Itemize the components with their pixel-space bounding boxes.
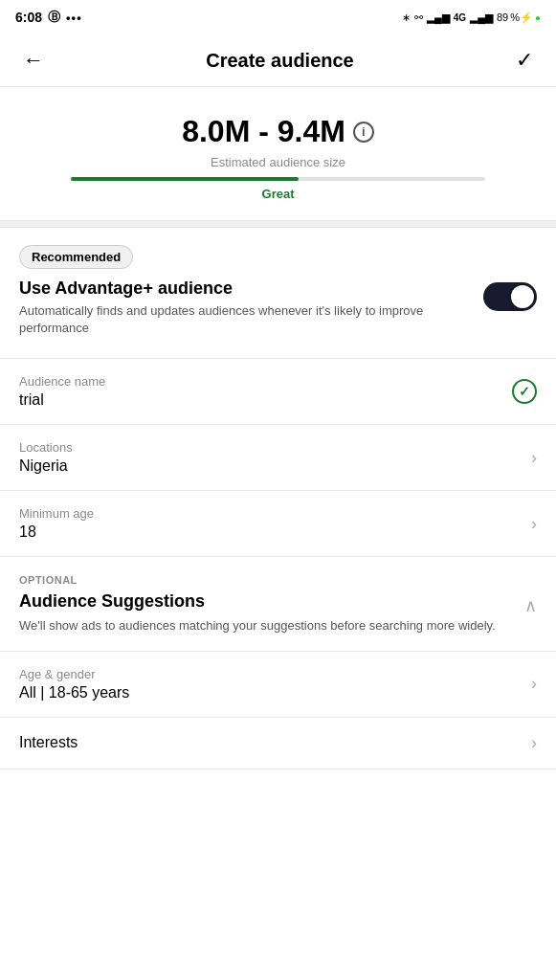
signal2-icon: ▂▄▆ <box>470 11 493 24</box>
advantage-toggle[interactable] <box>483 282 537 311</box>
quality-label: Great <box>19 187 537 201</box>
size-range: 8.0M - 9.4M <box>182 114 345 149</box>
section-divider <box>0 220 556 228</box>
audience-name-value: trial <box>19 391 512 409</box>
status-bar: 6:08 Ⓑ ••• ∗ ⚯ ▂▄▆ 4G ▂▄▆ 89 %⚡ ● <box>0 0 556 34</box>
age-gender-row[interactable]: Age & gender All | 18-65 years › <box>0 652 556 718</box>
optional-text: Audience Suggestions We'll show ads to a… <box>19 591 496 635</box>
minimum-age-row[interactable]: Minimum age 18 › <box>0 491 556 557</box>
age-gender-chevron-icon: › <box>531 674 537 694</box>
bluetooth-icon: ∗ <box>402 11 411 24</box>
interests-chevron-icon: › <box>531 733 537 753</box>
optional-label: OPTIONAL <box>19 574 537 586</box>
optional-section: OPTIONAL Audience Suggestions We'll show… <box>0 557 556 651</box>
minimum-age-content: Minimum age 18 <box>19 506 531 541</box>
progress-fill <box>71 177 299 181</box>
toggle-track <box>483 282 537 311</box>
battery-symbol: %⚡ <box>510 11 533 24</box>
info-icon[interactable]: i <box>353 122 374 143</box>
confirm-button[interactable]: ✓ <box>512 44 537 77</box>
locations-content: Locations Nigeria <box>19 440 531 475</box>
header: ← Create audience ✓ <box>0 34 556 87</box>
audience-name-check-icon: ✓ <box>512 379 537 404</box>
audience-size-label: Estimated audience size <box>19 155 537 169</box>
locations-row[interactable]: Locations Nigeria › <box>0 425 556 491</box>
signal-icon: ▂▄▆ <box>427 11 450 24</box>
main-content: Recommended Use Advantage+ audience Auto… <box>0 228 556 769</box>
locations-label: Locations <box>19 440 531 455</box>
recommended-badge: Recommended <box>19 245 133 269</box>
advantage-desc: Automatically finds and updates audience… <box>19 302 472 337</box>
time-display: 6:08 <box>15 10 42 25</box>
optional-header-row[interactable]: Audience Suggestions We'll show ads to a… <box>19 591 537 635</box>
age-gender-content: Age & gender All | 18-65 years <box>19 667 531 702</box>
audience-name-content: Audience name trial <box>19 374 512 409</box>
advantage-row: Use Advantage+ audience Automatically fi… <box>19 278 537 337</box>
minimum-age-chevron-icon: › <box>531 514 537 534</box>
audience-size-number: 8.0M - 9.4M i <box>19 114 537 149</box>
optional-chevron-up-icon: ∧ <box>524 595 537 616</box>
battery-icon: 89 %⚡ ● <box>497 11 541 24</box>
link-icon: ⚯ <box>414 11 423 24</box>
minimum-age-label: Minimum age <box>19 506 531 521</box>
status-icons: ∗ ⚯ ▂▄▆ 4G ▂▄▆ 89 %⚡ ● <box>402 11 541 24</box>
audience-size-section: 8.0M - 9.4M i Estimated audience size Gr… <box>0 87 556 220</box>
recommended-section: Recommended Use Advantage+ audience Auto… <box>0 228 556 359</box>
optional-desc: We'll show ads to audiences matching you… <box>19 617 496 635</box>
status-time: 6:08 Ⓑ ••• <box>15 9 82 26</box>
interests-row[interactable]: Interests › <box>0 718 556 769</box>
minimum-age-value: 18 <box>19 523 531 541</box>
audience-name-row[interactable]: Audience name trial ✓ <box>0 359 556 425</box>
progress-bar <box>71 177 485 181</box>
optional-title: Audience Suggestions <box>19 591 496 612</box>
advantage-text: Use Advantage+ audience Automatically fi… <box>19 278 472 337</box>
interests-content: Interests <box>19 734 531 751</box>
toggle-thumb <box>511 285 534 308</box>
advantage-title: Use Advantage+ audience <box>19 278 472 299</box>
audience-name-label: Audience name <box>19 374 512 389</box>
back-button[interactable]: ← <box>19 44 48 77</box>
page-title: Create audience <box>206 50 354 72</box>
battery-percent: 89 <box>497 11 508 23</box>
battery-dot: ● <box>535 12 541 23</box>
age-gender-value: All | 18-65 years <box>19 684 531 702</box>
4g-badge: 4G <box>454 12 466 23</box>
age-gender-label: Age & gender <box>19 667 531 681</box>
interests-value: Interests <box>19 734 531 751</box>
menu-dots: ••• <box>66 11 82 25</box>
locations-value: Nigeria <box>19 457 531 475</box>
locations-chevron-icon: › <box>531 448 537 468</box>
b-icon: Ⓑ <box>48 9 60 26</box>
